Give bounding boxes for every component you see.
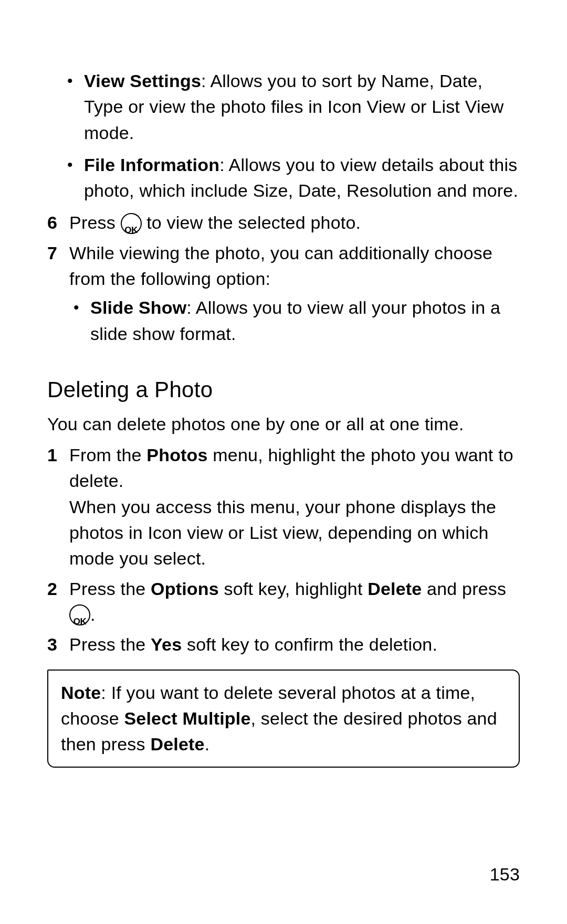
- note-label: Note: [61, 683, 101, 703]
- options-bullet-list: View Settings: Allows you to sort by Nam…: [47, 68, 520, 204]
- numbered-steps-top: 6 Press to view the selected photo. 7 Wh…: [47, 210, 520, 353]
- ok-icon: [69, 604, 90, 625]
- step-7-sub-bullets: Slide Show: Allows you to view all your …: [69, 295, 520, 347]
- step-number: 3: [47, 632, 69, 657]
- step-text: From the Photos menu, highlight the phot…: [69, 442, 520, 571]
- ok-icon: [121, 213, 142, 234]
- manual-page: View Settings: Allows you to sort by Nam…: [0, 0, 567, 924]
- bullet-slide-show: Slide Show: Allows you to view all your …: [90, 295, 520, 347]
- step-7: 7 While viewing the photo, you can addit…: [47, 240, 520, 353]
- step-number: 2: [47, 576, 69, 628]
- page-number: 153: [490, 862, 520, 887]
- section-heading-deleting-photo: Deleting a Photo: [47, 374, 520, 406]
- delete-step-3: 3 Press the Yes soft key to confirm the …: [47, 632, 520, 657]
- bullet-file-information: File Information: Allows you to view det…: [84, 152, 520, 204]
- step-text: Press the Options soft key, highlight De…: [69, 576, 520, 628]
- bullet-label: Slide Show: [90, 298, 186, 317]
- step-number: 6: [47, 210, 69, 236]
- step-text: Press to view the selected photo.: [69, 210, 520, 236]
- step-number: 7: [47, 240, 69, 353]
- step-text: Press the Yes soft key to confirm the de…: [69, 632, 520, 657]
- bullet-view-settings: View Settings: Allows you to sort by Nam…: [84, 68, 520, 146]
- bullet-label: View Settings: [84, 71, 201, 91]
- delete-step-1: 1 From the Photos menu, highlight the ph…: [47, 442, 520, 571]
- note-box: Note: If you want to delete several phot…: [47, 670, 520, 768]
- step-text: While viewing the photo, you can additio…: [69, 240, 520, 353]
- delete-step-2: 2 Press the Options soft key, highlight …: [47, 576, 520, 628]
- bullet-label: File Information: [84, 155, 219, 175]
- deleting-steps: 1 From the Photos menu, highlight the ph…: [47, 442, 520, 657]
- step-number: 1: [47, 442, 69, 571]
- section-intro: You can delete photos one by one or all …: [47, 411, 520, 437]
- step-6: 6 Press to view the selected photo.: [47, 210, 520, 236]
